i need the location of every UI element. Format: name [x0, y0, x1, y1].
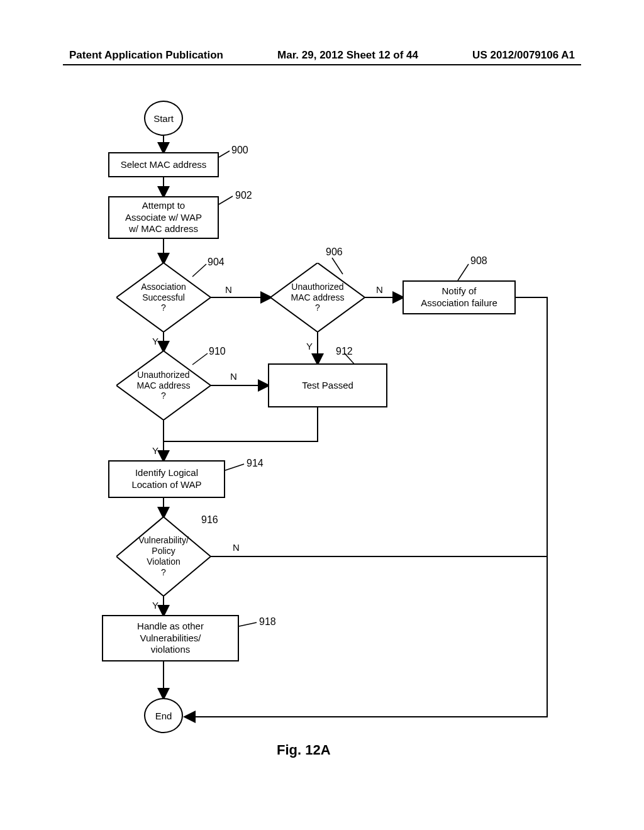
ref-912: 912 — [336, 346, 353, 357]
process-900: Select MAC address — [108, 152, 219, 177]
decision-904: Association Successful ? — [116, 263, 211, 332]
process-902-label: Attempt to Associate w/ WAP w/ MAC addre… — [125, 200, 202, 235]
process-912-label: Test Passed — [302, 380, 353, 392]
edge-910-y: Y — [152, 445, 158, 456]
svg-line-17 — [458, 264, 469, 280]
process-902: Attempt to Associate w/ WAP w/ MAC addre… — [108, 196, 219, 239]
svg-line-20 — [225, 464, 244, 470]
terminal-end-label: End — [155, 711, 172, 721]
terminal-start: Start — [144, 101, 183, 136]
edge-904-y: Y — [152, 336, 158, 346]
edge-916-n: N — [233, 542, 240, 553]
ref-904: 904 — [208, 257, 225, 268]
decision-910: Unauthorized MAC address ? — [116, 351, 211, 420]
svg-line-13 — [219, 151, 230, 157]
svg-line-14 — [219, 196, 233, 204]
ref-916: 916 — [201, 514, 218, 526]
process-912: Test Passed — [268, 363, 387, 407]
edge-910-n: N — [230, 371, 237, 382]
ref-902: 902 — [235, 190, 252, 201]
decision-906-label: Unauthorized MAC address ? — [291, 282, 345, 313]
flowchart-canvas: Start Select MAC address 900 Attempt to … — [82, 94, 572, 755]
header-rule — [63, 64, 581, 65]
process-900-label: Select MAC address — [121, 159, 207, 171]
edge-906-y: Y — [306, 341, 313, 351]
terminal-start-label: Start — [153, 113, 174, 124]
decision-904-label: Association Successful ? — [141, 282, 186, 313]
ref-918: 918 — [259, 616, 276, 628]
ref-914: 914 — [247, 458, 264, 469]
decision-916: Vulnerability/ Policy Violation ? — [116, 517, 211, 596]
decision-906: Unauthorized MAC address ? — [270, 263, 365, 332]
header-right: US 2012/0079106 A1 — [472, 49, 575, 62]
decision-916-label: Vulnerability/ Policy Violation ? — [138, 535, 189, 577]
ref-900: 900 — [231, 145, 248, 156]
edge-906-n: N — [376, 284, 383, 295]
svg-line-21 — [239, 622, 257, 626]
process-918-label: Handle as other Vulnerabilities/ violati… — [137, 621, 204, 656]
ref-910: 910 — [209, 346, 226, 357]
header-left: Patent Application Publication — [69, 49, 223, 62]
figure-caption: Fig. 12A — [277, 742, 331, 758]
process-914: Identify Logical Location of WAP — [108, 460, 225, 498]
ref-906: 906 — [326, 246, 343, 258]
terminal-end: End — [144, 698, 183, 733]
process-908-label: Notify of Association failure — [421, 285, 497, 309]
process-908: Notify of Association failure — [402, 280, 516, 314]
decision-910-label: Unauthorized MAC address ? — [137, 370, 191, 401]
edge-904-n: N — [225, 284, 232, 295]
page-header: Patent Application Publication Mar. 29, … — [0, 49, 644, 62]
ref-908: 908 — [470, 255, 487, 267]
header-mid: Mar. 29, 2012 Sheet 12 of 44 — [277, 49, 418, 62]
edge-916-y: Y — [152, 600, 158, 611]
process-918: Handle as other Vulnerabilities/ violati… — [102, 615, 239, 661]
process-914-label: Identify Logical Location of WAP — [131, 467, 201, 491]
